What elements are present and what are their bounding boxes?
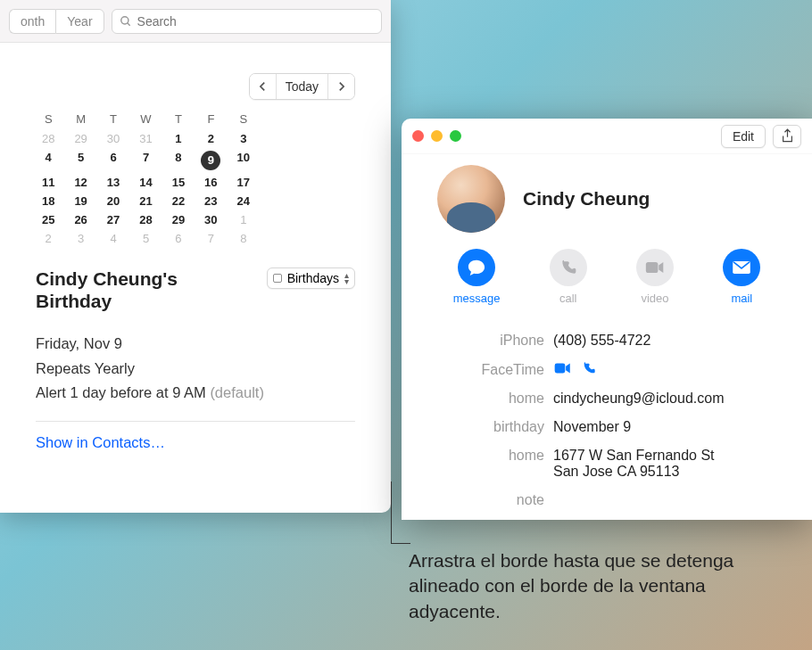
- svg-point-0: [120, 16, 128, 23]
- day-of-week-header: T: [162, 109, 195, 129]
- contact-name: Cindy Cheung: [523, 188, 650, 210]
- calendar-selector[interactable]: Birthdays ▴▾: [267, 267, 355, 289]
- search-icon: [120, 15, 132, 28]
- calendar-day[interactable]: 31: [129, 129, 162, 148]
- view-segmented-control: onth Year: [9, 9, 104, 34]
- day-of-week-header: W: [129, 109, 162, 129]
- event-details: Friday, Nov 9 Repeats Yearly Alert 1 day…: [36, 332, 355, 405]
- facetime-audio-icon[interactable]: [582, 361, 596, 375]
- calendar-day[interactable]: 28: [129, 210, 162, 229]
- calendar-day[interactable]: 4: [32, 148, 64, 173]
- calendar-day[interactable]: 19: [64, 192, 96, 210]
- share-button[interactable]: [773, 125, 801, 148]
- event-repeat: Repeats Yearly: [36, 357, 355, 381]
- close-button[interactable]: [412, 130, 424, 142]
- chevron-left-icon: [259, 81, 267, 92]
- calendar-day[interactable]: 27: [97, 210, 129, 229]
- next-button[interactable]: [327, 74, 354, 99]
- contact-details: iPhone (408) 555-4722 FaceTime home cind…: [402, 326, 812, 514]
- zoom-button[interactable]: [450, 130, 461, 142]
- search-field[interactable]: [112, 9, 382, 34]
- date-nav-segmented: Today: [249, 73, 355, 100]
- video-icon: [645, 260, 665, 275]
- calendar-day[interactable]: 16: [195, 173, 227, 192]
- video-action[interactable]: video: [636, 249, 674, 305]
- calendar-day[interactable]: 4: [97, 229, 129, 248]
- avatar[interactable]: [437, 165, 505, 233]
- calendar-window: onth Year Today SMTWTFS28293031123456789…: [0, 0, 391, 513]
- call-label: call: [559, 292, 577, 305]
- day-of-week-header: F: [195, 109, 227, 129]
- calendar-day[interactable]: 11: [32, 173, 64, 192]
- calendar-day[interactable]: 7: [195, 229, 227, 248]
- facetime-label: FaceTime: [419, 362, 544, 378]
- calendar-day[interactable]: 6: [162, 229, 195, 248]
- calendar-day[interactable]: 3: [228, 129, 260, 148]
- calendar-day[interactable]: 8: [162, 148, 195, 173]
- calendar-day[interactable]: 18: [32, 192, 64, 210]
- email-value: cindycheung9@icloud.com: [553, 391, 794, 407]
- calendar-day[interactable]: 6: [97, 148, 129, 173]
- action-row: message call video mail: [402, 240, 812, 326]
- note-label: note: [419, 492, 544, 508]
- svg-rect-4: [555, 364, 566, 374]
- calendar-day[interactable]: 9: [195, 148, 227, 173]
- calendar-day[interactable]: 13: [97, 173, 129, 192]
- calendar-day[interactable]: 2: [195, 129, 227, 148]
- call-action[interactable]: call: [550, 249, 587, 305]
- prev-button[interactable]: [250, 74, 276, 99]
- calendar-day[interactable]: 24: [228, 192, 260, 210]
- calendar-day[interactable]: 30: [97, 129, 129, 148]
- calendar-day[interactable]: 5: [129, 229, 162, 248]
- calendar-day[interactable]: 25: [32, 210, 64, 229]
- message-action[interactable]: message: [453, 249, 501, 305]
- email-row[interactable]: home cindycheung9@icloud.com: [419, 384, 794, 413]
- calendar-day[interactable]: 14: [129, 173, 162, 192]
- day-of-week-header: S: [228, 109, 260, 129]
- day-of-week-header: S: [32, 109, 64, 129]
- calendar-day[interactable]: 28: [32, 129, 64, 148]
- address-row[interactable]: home 1677 W San Fernando St San Jose CA …: [419, 441, 794, 486]
- today-button[interactable]: Today: [276, 74, 327, 99]
- search-input[interactable]: [137, 14, 374, 29]
- calendar-day[interactable]: 22: [162, 192, 195, 210]
- calendar-day[interactable]: 29: [64, 129, 96, 148]
- mail-action[interactable]: mail: [723, 249, 760, 305]
- calendar-day[interactable]: 30: [195, 210, 227, 229]
- email-label: home: [419, 391, 544, 407]
- address-label: home: [419, 448, 544, 464]
- calendar-day[interactable]: 23: [195, 192, 227, 210]
- facetime-video-icon[interactable]: [553, 362, 573, 374]
- calendar-toolbar: onth Year: [0, 0, 391, 43]
- note-row[interactable]: note: [419, 486, 794, 514]
- calendar-day[interactable]: 3: [64, 229, 96, 248]
- calendar-day[interactable]: 1: [162, 129, 195, 148]
- calendar-day[interactable]: 21: [129, 192, 162, 210]
- facetime-row[interactable]: FaceTime: [419, 355, 794, 384]
- calendar-day[interactable]: 12: [64, 173, 96, 192]
- calendar-day[interactable]: 5: [64, 148, 96, 173]
- birthday-label: birthday: [419, 419, 544, 435]
- calendar-day[interactable]: 17: [228, 173, 260, 192]
- calendar-day[interactable]: 20: [97, 192, 129, 210]
- edit-button[interactable]: Edit: [721, 125, 766, 148]
- calendar-color-swatch: [273, 274, 282, 283]
- month-grid: SMTWTFS282930311234567891011121314151617…: [32, 109, 260, 248]
- event-title: Cindy Cheung's Birthday: [36, 267, 232, 312]
- phone-row[interactable]: iPhone (408) 555-4722: [419, 326, 794, 355]
- event-block: Cindy Cheung's Birthday Birthdays ▴▾ Fri…: [36, 267, 355, 451]
- calendar-day[interactable]: 2: [32, 229, 64, 248]
- calendar-day[interactable]: 29: [162, 210, 195, 229]
- month-view-button[interactable]: onth: [9, 9, 55, 34]
- mail-label: mail: [731, 292, 752, 305]
- calendar-day[interactable]: 7: [129, 148, 162, 173]
- calendar-day[interactable]: 1: [228, 210, 260, 229]
- minimize-button[interactable]: [431, 130, 443, 142]
- calendar-day[interactable]: 8: [228, 229, 260, 248]
- calendar-day[interactable]: 15: [162, 173, 195, 192]
- message-label: message: [453, 292, 501, 305]
- show-in-contacts-link[interactable]: Show in Contacts…: [36, 434, 165, 450]
- calendar-day[interactable]: 10: [228, 148, 260, 173]
- year-view-button[interactable]: Year: [55, 9, 104, 34]
- calendar-day[interactable]: 26: [64, 210, 96, 229]
